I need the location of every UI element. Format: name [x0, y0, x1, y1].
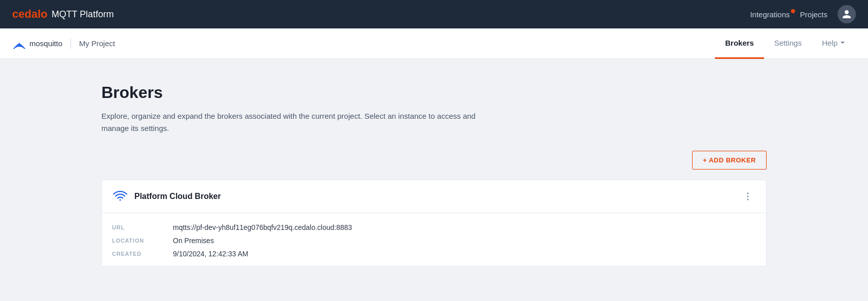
notification-dot: [791, 9, 795, 13]
top-nav-right: Integrations Projects: [750, 5, 856, 23]
mosquitto-text: mosquitto: [29, 39, 62, 48]
user-avatar[interactable]: [838, 5, 856, 23]
url-value: mqtts://pf-dev-yh8uf11eg076bqfv219q.ceda…: [173, 223, 756, 231]
location-value: On Premises: [173, 237, 756, 245]
brand-subtitle: MQTT Platform: [52, 9, 114, 20]
created-value: 9/10/2024, 12:42:33 AM: [173, 250, 756, 258]
location-label: LOCATION: [112, 237, 173, 244]
projects-nav-link[interactable]: Projects: [800, 10, 827, 19]
brand-cedalo: cedalo: [12, 8, 48, 21]
broker-more-menu-button[interactable]: [740, 188, 756, 205]
svg-point-3: [747, 199, 749, 200]
mosquitto-logo: mosquitto: [12, 39, 71, 49]
chevron-down-icon: [840, 40, 846, 46]
broker-title-row: Platform Cloud Broker: [112, 188, 221, 205]
svg-point-0: [120, 199, 121, 201]
page-description: Explore, organize and expand the brokers…: [101, 110, 487, 135]
broker-wifi-icon: [112, 188, 128, 205]
tab-help[interactable]: Help: [812, 28, 856, 59]
main-content: Brokers Explore, organize and expand the…: [0, 59, 868, 301]
broker-details: URL mqtts://pf-dev-yh8uf11eg076bqfv219q.…: [102, 213, 766, 266]
top-navigation: cedalo MQTT Platform Integrations Projec…: [0, 0, 868, 28]
brand-logo: cedalo MQTT Platform: [12, 8, 114, 21]
svg-point-2: [747, 196, 749, 197]
svg-point-1: [747, 193, 749, 194]
sub-nav-left: mosquitto My Project: [12, 39, 115, 49]
project-name: My Project: [71, 39, 115, 48]
mosquitto-icon: [12, 39, 26, 49]
integrations-nav-link[interactable]: Integrations: [750, 10, 789, 19]
tab-brokers[interactable]: Brokers: [715, 28, 764, 59]
broker-name: Platform Cloud Broker: [134, 192, 221, 201]
add-broker-row: + ADD BROKER: [101, 151, 767, 170]
sub-nav-links: Brokers Settings Help: [715, 28, 856, 59]
broker-card: Platform Cloud Broker URL mqtts://pf-dev…: [101, 180, 767, 266]
created-label: CREATED: [112, 250, 173, 257]
sub-navigation: mosquitto My Project Brokers Settings He…: [0, 28, 868, 59]
page-title: Brokers: [101, 83, 767, 102]
add-broker-button[interactable]: + ADD BROKER: [692, 151, 767, 170]
url-label: URL: [112, 223, 173, 230]
tab-settings[interactable]: Settings: [764, 28, 812, 59]
broker-card-header: Platform Cloud Broker: [102, 180, 766, 213]
